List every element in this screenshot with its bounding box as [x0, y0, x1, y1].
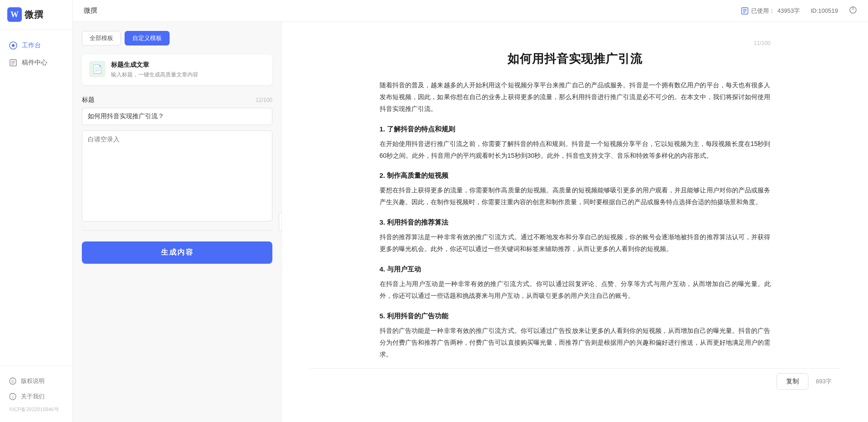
divider [82, 230, 272, 231]
drafts-icon [9, 59, 17, 67]
article-para: 随着抖音的普及，越来越多的人开始利用这个短视频分享平台来推广自己的产品或服务。抖… [380, 80, 771, 115]
article-para: 抖音的推荐算法是一种非常有效的推广引流方式。通过不断地发布和分享自己的短视频，你… [380, 231, 771, 255]
article-heading: 3. 利用抖音的推荐算法 [380, 218, 771, 227]
article-para: 在开始使用抖音进行推广引流之前，你需要了解抖音的特点和规则。抖音是一个短视频分享… [380, 138, 771, 162]
sidebar-item-about[interactable]: i 关于我们 [0, 389, 72, 404]
form-section: 标题 12/100 [82, 96, 272, 223]
usage-count: 43953字 [778, 7, 800, 15]
content-textarea[interactable] [82, 131, 272, 221]
svg-text:i: i [12, 394, 13, 399]
topbar-id: ID:100519 [811, 7, 838, 14]
template-icon-emoji: 📄 [92, 64, 102, 74]
title-input[interactable] [82, 108, 272, 125]
content-area: 全部模板 自定义模板 📄 标题生成文章 输入标题，一键生成高质量文章内容 标题 … [73, 22, 868, 422]
sidebar: W 微撰 工作台 稿件中心 © 版权说明 [0, 0, 73, 422]
topbar-usage: 已使用： 43953字 [741, 7, 800, 15]
workspace-icon [9, 41, 17, 50]
beian-text: ©ICP备2022016946号 [0, 404, 72, 415]
article-body: 随着抖音的普及，越来越多的人开始利用这个短视频分享平台来推广自己的产品或服务。抖… [380, 80, 771, 360]
logo-icon: W [7, 7, 22, 22]
article-para: 要想在抖音上获得更多的流量，你需要制作高质量的短视频。高质量的短视频能够吸引更多… [380, 185, 771, 208]
sidebar-logo: W 微撰 [0, 0, 72, 30]
template-card[interactable]: 📄 标题生成文章 输入标题，一键生成高质量文章内容 [82, 55, 272, 85]
sidebar-footer: © 版权说明 i 关于我们 ©ICP备2022016946号 [0, 366, 72, 422]
article-para: 抖音的广告功能是一种非常有效的推广引流方式。你可以通过广告投放来让更多的人看到你… [380, 325, 771, 361]
article-page: 11/100 如何用抖音实现推广引流 随着抖音的普及，越来越多的人开始利用这个短… [380, 40, 771, 360]
form-label-row: 标题 12/100 [82, 96, 272, 104]
topbar: 微撰 已使用： 43953字 ID:100519 [73, 0, 868, 22]
copy-button[interactable]: 复制 [777, 373, 808, 390]
topbar-right: 已使用： 43953字 ID:100519 [741, 6, 857, 16]
app-name: 微撰 [25, 9, 44, 21]
sidebar-workspace-label: 工作台 [22, 41, 41, 50]
main-area: 微撰 已使用： 43953字 ID:100519 [73, 0, 868, 422]
copyright-label: 版权说明 [21, 377, 45, 385]
svg-text:W: W [10, 10, 19, 19]
template-card-desc: 输入标题，一键生成高质量文章内容 [111, 71, 265, 79]
template-card-icon: 📄 [89, 61, 105, 77]
topbar-title: 微撰 [84, 6, 97, 15]
svg-text:©: © [11, 379, 15, 384]
template-card-body: 标题生成文章 输入标题，一键生成高质量文章内容 [111, 61, 265, 79]
sidebar-item-workspace[interactable]: 工作台 [0, 37, 72, 54]
template-card-title: 标题生成文章 [111, 61, 265, 69]
copyright-icon: © [9, 377, 16, 385]
article-heading: 2. 制作高质量的短视频 [380, 171, 771, 180]
form-label: 标题 [82, 96, 95, 104]
generate-button[interactable]: 生成内容 [82, 241, 272, 264]
right-panel: 11/100 如何用抖音实现推广引流 随着抖音的普及，越来越多的人开始利用这个短… [282, 22, 868, 422]
article-heading: 5. 利用抖音的广告功能 [380, 312, 771, 321]
word-count: 893字 [816, 377, 832, 386]
sidebar-item-drafts[interactable]: 稿件中心 [0, 54, 72, 71]
svg-point-3 [12, 44, 15, 47]
about-icon: i [9, 393, 16, 400]
collapse-toggle[interactable] [279, 213, 282, 231]
tab-all-templates[interactable]: 全部模板 [82, 31, 121, 45]
sidebar-drafts-label: 稿件中心 [22, 59, 47, 67]
article-heading: 1. 了解抖音的特点和规则 [380, 125, 771, 134]
page-num: 11/100 [380, 40, 771, 46]
tab-custom-templates[interactable]: 自定义模板 [125, 31, 170, 45]
template-tabs: 全部模板 自定义模板 [82, 31, 272, 45]
article-title: 如何用抖音实现推广引流 [380, 51, 771, 67]
power-icon[interactable] [849, 6, 857, 16]
form-count: 12/100 [256, 97, 272, 103]
usage-label: 已使用： [751, 7, 775, 15]
usage-icon [741, 7, 748, 15]
sidebar-nav: 工作台 稿件中心 [0, 30, 72, 366]
sidebar-item-copyright[interactable]: © 版权说明 [0, 373, 72, 389]
bottom-bar: 复制 893字 [309, 368, 841, 394]
left-panel: 全部模板 自定义模板 📄 标题生成文章 输入标题，一键生成高质量文章内容 标题 … [73, 22, 282, 422]
article-para: 在抖音上与用户互动是一种非常有效的推广引流方式。你可以通过回复评论、点赞、分享等… [380, 278, 771, 302]
about-label: 关于我们 [21, 392, 45, 401]
article-heading: 4. 与用户互动 [380, 265, 771, 274]
